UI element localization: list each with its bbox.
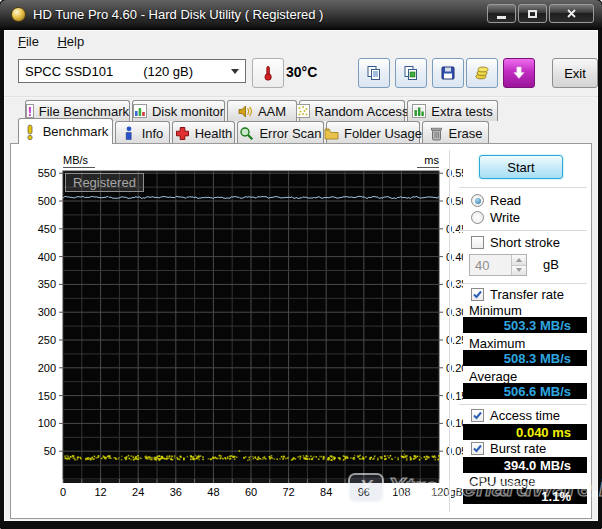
copy-button[interactable] <box>358 58 390 88</box>
info-icon <box>122 126 137 141</box>
thermometer-icon <box>260 65 276 81</box>
svg-text:350: 350 <box>38 278 56 290</box>
short-stroke-checkbox[interactable]: Short stroke <box>471 235 560 250</box>
cpu-usage-value: 1.1% <box>463 489 587 504</box>
capacity-value: 40 <box>470 258 511 273</box>
close-button[interactable] <box>549 4 594 23</box>
burst-rate-checkbox[interactable]: Burst rate <box>471 441 546 456</box>
titlebar: HD Tune Pro 4.60 - Hard Disk Utility ( R… <box>0 0 602 30</box>
svg-text:MB/s: MB/s <box>63 154 89 166</box>
tab-random-access[interactable]: Random Access <box>299 100 405 121</box>
tab-extra-tests[interactable]: Extra tests <box>407 100 498 121</box>
svg-text:ms: ms <box>424 154 439 166</box>
tab-benchmark[interactable]: Benchmark <box>18 118 113 144</box>
window-title: HD Tune Pro 4.60 - Hard Disk Utility ( R… <box>33 7 323 22</box>
magnifier-icon <box>239 126 254 141</box>
access-time-checkbox[interactable]: Access time <box>471 408 560 423</box>
svg-text:150: 150 <box>38 390 56 402</box>
cpu-usage-label: CPU usage <box>469 474 535 489</box>
svg-text:500: 500 <box>38 195 56 207</box>
tab-info[interactable]: Info <box>115 121 170 144</box>
exclamation-yellow-icon <box>23 124 38 139</box>
write-radio[interactable]: Write <box>471 210 520 225</box>
folder-icon <box>324 126 339 141</box>
svg-text:300: 300 <box>38 306 56 318</box>
temperature-button[interactable] <box>252 58 284 88</box>
exclamation-purple-icon: ! <box>26 104 34 118</box>
close-icon <box>566 8 577 19</box>
drive-capacity: (120 gB) <box>143 64 193 79</box>
registered-overlay: Registered <box>65 173 144 192</box>
arrow-down-icon <box>511 65 527 81</box>
speaker-icon <box>238 104 253 119</box>
tab-row-primary: Benchmark Info Health Error Scan <box>18 121 489 144</box>
svg-text:50: 50 <box>44 445 56 457</box>
svg-text:12: 12 <box>94 486 106 498</box>
read-radio[interactable]: Read <box>471 193 521 208</box>
trash-icon <box>429 126 444 141</box>
tab-erase[interactable]: Erase <box>422 121 489 144</box>
checkbox-unchecked-icon <box>471 236 484 249</box>
toolbar-divider <box>4 96 598 98</box>
menu-file[interactable]: File <box>18 34 39 49</box>
minimize-button[interactable] <box>487 4 516 23</box>
download-button[interactable] <box>503 58 535 88</box>
svg-text:36: 36 <box>170 486 182 498</box>
coins-icon <box>474 65 490 81</box>
maximize-icon <box>528 10 537 18</box>
client-area: File Help SPCC SSD101 (120 gB) 30°C <box>4 30 598 521</box>
menu-help[interactable]: Help <box>57 34 84 49</box>
health-cross-icon <box>175 126 190 141</box>
panel-divider <box>449 150 451 512</box>
tab-disk-monitor[interactable]: Disk monitor <box>132 100 225 121</box>
benchmark-page: MB/sms550500450400350300250200150100500.… <box>10 143 592 519</box>
minimum-label: Minimum <box>469 303 522 318</box>
checkbox-checked-icon <box>471 288 484 301</box>
svg-text:100: 100 <box>38 417 56 429</box>
copy-image-icon <box>403 65 419 81</box>
save-button[interactable] <box>432 58 464 88</box>
tab-error-scan[interactable]: Error Scan <box>237 121 324 144</box>
average-label: Average <box>469 369 517 384</box>
transfer-rate-checkbox[interactable]: Transfer rate <box>471 287 564 302</box>
maximum-label: Maximum <box>469 336 525 351</box>
benchmark-chart: MB/sms550500450400350300250200150100500.… <box>11 144 463 504</box>
start-button[interactable]: Start <box>479 155 563 179</box>
tab-aam[interactable]: AAM <box>227 100 297 121</box>
bar-chart-icon <box>133 104 147 118</box>
svg-text:48: 48 <box>207 486 219 498</box>
svg-text:108: 108 <box>392 486 410 498</box>
chart-grid-icon <box>412 104 426 118</box>
access-time-value: 0.040 ms <box>463 424 587 440</box>
svg-text:250: 250 <box>38 334 56 346</box>
burst-rate-value: 394.0 MB/s <box>463 457 587 473</box>
app-icon <box>11 7 26 22</box>
minimum-value: 503.3 MB/s <box>463 317 587 333</box>
dropdown-arrow-icon <box>231 69 239 74</box>
svg-text:96: 96 <box>358 486 370 498</box>
maximize-button[interactable] <box>518 4 547 23</box>
benchmark-controls-panel: Start Read Write Short stroke 40 <box>455 144 593 518</box>
options-button[interactable] <box>466 58 498 88</box>
svg-text:0: 0 <box>60 486 66 498</box>
svg-text:60: 60 <box>245 486 257 498</box>
tab-folder-usage[interactable]: Folder Usage <box>326 121 420 144</box>
svg-text:400: 400 <box>38 251 56 263</box>
maximum-value: 508.3 MB/s <box>463 350 587 366</box>
dots-icon <box>296 104 310 118</box>
capacity-unit: gB <box>543 257 559 272</box>
copy-image-button[interactable] <box>395 58 427 88</box>
tab-health[interactable]: Health <box>172 121 235 144</box>
stepper-up-button[interactable] <box>512 255 526 265</box>
svg-text:550: 550 <box>38 167 56 179</box>
radio-unselected-icon <box>471 211 484 224</box>
drive-select-dropdown[interactable]: SPCC SSD101 (120 gB) <box>18 59 246 83</box>
svg-text:84: 84 <box>320 486 332 498</box>
svg-text:200: 200 <box>38 362 56 374</box>
stepper-down-button[interactable] <box>512 265 526 276</box>
exit-button[interactable]: Exit <box>552 58 598 88</box>
minimize-icon <box>497 16 506 19</box>
capacity-stepper[interactable]: 40 <box>469 254 527 276</box>
radio-selected-icon <box>471 194 484 207</box>
temperature-value: 30°C <box>286 64 317 80</box>
